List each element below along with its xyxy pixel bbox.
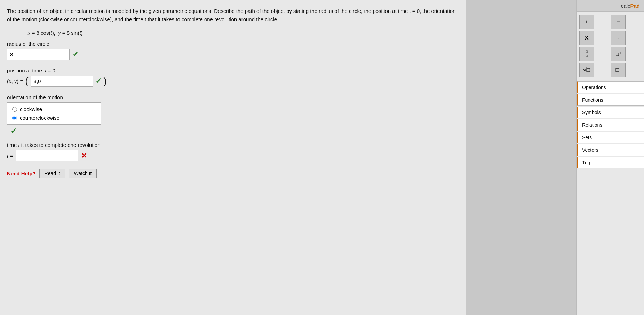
position-eq-prefix: (x, y) =	[7, 78, 23, 84]
clockwise-label: clockwise	[20, 106, 42, 112]
equation-text: x = 8 cos(t), y = 8 sin(t)	[28, 30, 83, 36]
orientation-checkmark: ✓	[10, 127, 17, 135]
counterclockwise-row[interactable]: counterclockwise	[12, 115, 96, 121]
position-label: position at time t = 0	[7, 68, 456, 73]
counterclockwise-label: counterclockwise	[20, 115, 59, 121]
clockwise-radio[interactable]	[12, 107, 17, 112]
calcpad-title-calc: calc	[621, 3, 630, 9]
plus-btn[interactable]: +	[579, 15, 594, 29]
radius-input[interactable]	[7, 49, 70, 60]
close-paren: )	[104, 76, 107, 86]
functions-menu[interactable]: Functions	[577, 94, 644, 106]
symbols-menu[interactable]: Symbols	[577, 107, 644, 118]
help-row: Need Help? Read It Watch It	[7, 169, 456, 178]
multiply-btn[interactable]: X	[579, 31, 594, 45]
calcpad-header: calcPad	[577, 0, 644, 12]
read-it-button[interactable]: Read It	[39, 169, 65, 178]
position-checkmark: ✓	[95, 77, 102, 86]
need-help-label: Need Help?	[7, 171, 36, 176]
time-eq-prefix: t =	[7, 153, 13, 159]
calcpad-sidebar: calcPad + − X ÷ □ □ □□ √□ □! Operations …	[576, 0, 644, 315]
trig-menu[interactable]: Trig	[577, 157, 644, 168]
orientation-label: orientation of the motion	[7, 94, 456, 100]
problem-text: The position of an object in circular mo…	[7, 7, 456, 24]
counterclockwise-radio[interactable]	[12, 116, 17, 120]
time-error-mark: ✕	[81, 151, 87, 160]
operations-menu[interactable]: Operations	[577, 81, 644, 93]
sets-menu[interactable]: Sets	[577, 132, 644, 143]
fraction-btn[interactable]: □ □	[579, 47, 594, 61]
relations-menu[interactable]: Relations	[577, 119, 644, 131]
exponent-btn[interactable]: □□	[611, 47, 626, 61]
minus-btn[interactable]: −	[611, 15, 626, 29]
calcpad-menu: Operations Functions Symbols Relations S…	[577, 81, 644, 169]
vectors-menu[interactable]: Vectors	[577, 144, 644, 156]
radius-checkmark: ✓	[72, 50, 79, 59]
time-input[interactable]	[16, 150, 78, 161]
divide-btn[interactable]: ÷	[611, 31, 626, 45]
watch-it-button[interactable]: Watch It	[69, 169, 97, 178]
open-paren: (	[25, 76, 28, 86]
time-label: time t it takes to complete one revoluti…	[7, 142, 456, 148]
orientation-box: clockwise counterclockwise	[7, 102, 101, 125]
calcpad-title-pad: Pad	[630, 3, 640, 9]
clockwise-row[interactable]: clockwise	[12, 106, 96, 112]
equation-display: x = 8 cos(t), y = 8 sin(t)	[28, 30, 456, 36]
calc-buttons-grid: + − X ÷ □ □ □□ √□ □!	[577, 12, 644, 80]
sqrt-btn[interactable]: √□	[579, 63, 594, 77]
position-input[interactable]	[31, 76, 93, 87]
radius-label: radius of the circle	[7, 41, 456, 47]
main-content: The position of an object in circular mo…	[0, 0, 466, 315]
factorial-btn[interactable]: □!	[611, 63, 626, 77]
